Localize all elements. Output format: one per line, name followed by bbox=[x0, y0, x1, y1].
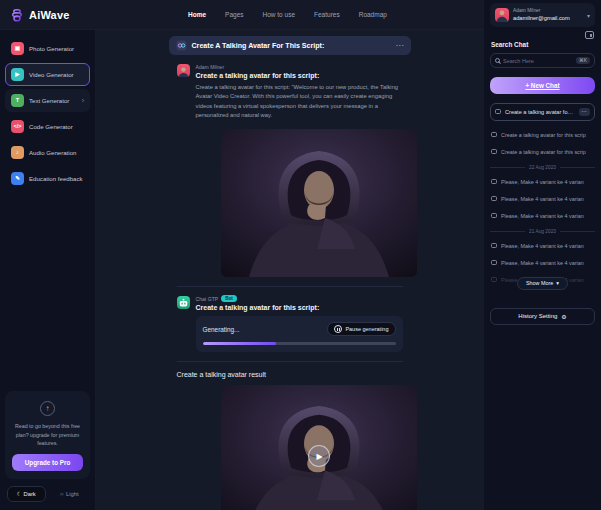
sidebar-item-education-feedback[interactable]: ✎Education feedback bbox=[5, 167, 90, 190]
generating-label: Generating... bbox=[203, 326, 240, 333]
bot-author-row: Chat GTPBot bbox=[196, 296, 403, 302]
nav-item-pages[interactable]: Pages bbox=[225, 11, 243, 18]
sidebar-item-label: Text Generator bbox=[29, 97, 69, 104]
left-sidebar: ▣Photo Generator▶Video GeneratorTText Ge… bbox=[0, 30, 96, 510]
user-message-body: Adam Milner Create a talking avatar for … bbox=[196, 64, 403, 120]
chat-bubble-icon bbox=[491, 213, 497, 218]
code-icon: </> bbox=[11, 120, 24, 133]
history-item[interactable]: Please, Make 4 variant ke 4 varian bbox=[490, 175, 595, 189]
search-shortcut: ⌘K bbox=[576, 57, 590, 65]
nav-item-home[interactable]: Home bbox=[188, 11, 206, 18]
chat-title: Create A Talking Avatar For This Script: bbox=[192, 42, 325, 50]
sun-icon: ☼ bbox=[59, 491, 64, 497]
history-item-label: Please, Make 4 variant ke 4 varian bbox=[501, 260, 584, 266]
bot-badge: Bot bbox=[221, 295, 237, 302]
result-label: Create a talking avatar result bbox=[169, 371, 411, 378]
chat-bubble-icon bbox=[491, 179, 497, 184]
theme-toggle: ☾ Dark ☼ Light bbox=[5, 486, 90, 505]
sidebar-item-audio-generation[interactable]: ♪Audio Generation bbox=[5, 141, 90, 164]
chat-bubble-icon bbox=[491, 277, 497, 282]
brand[interactable]: AiWave bbox=[0, 8, 96, 22]
right-panel: Adam Milner adamilner@gmail.com ▾ Search… bbox=[483, 0, 601, 510]
nav-item-how-to-use[interactable]: How to use bbox=[263, 11, 296, 18]
active-chat-label: Create a talking avatar for this scrip bbox=[505, 109, 575, 115]
chat-bubble-icon bbox=[491, 243, 497, 248]
chat-bubble-icon bbox=[495, 109, 501, 114]
sidebar-item-code-generator[interactable]: </>Code Generator bbox=[5, 115, 90, 138]
bot-author: Chat GTP bbox=[196, 296, 219, 302]
search-input[interactable] bbox=[503, 58, 573, 64]
chevron-down-icon: ▾ bbox=[556, 280, 559, 286]
generated-avatar-image bbox=[221, 129, 417, 277]
play-button[interactable]: ▶ bbox=[308, 445, 330, 467]
bot-avatar-icon bbox=[177, 296, 190, 309]
history-date-divider: 21 Aug 2023 bbox=[490, 229, 595, 234]
photo-icon: ▣ bbox=[11, 42, 24, 55]
active-chat-item[interactable]: Create a talking avatar for this scrip ⋯ bbox=[490, 103, 595, 121]
history-item[interactable]: Create a talking avatar for this scrip bbox=[490, 145, 595, 159]
chat-bubble-icon bbox=[491, 196, 497, 201]
bot-message: Chat GTPBot Create a talking avatar for … bbox=[169, 296, 411, 352]
divider bbox=[177, 286, 403, 287]
history-item[interactable]: Please, Make 4 variant ke 4 varian bbox=[490, 209, 595, 223]
chevron-down-icon: ▾ bbox=[587, 12, 590, 19]
user-profile-chip[interactable]: Adam Milner adamilner@gmail.com ▾ bbox=[490, 3, 595, 27]
history-item[interactable]: Please, Make 4 variant ke 4 varian bbox=[490, 256, 595, 270]
pause-icon bbox=[334, 325, 342, 333]
chat-bubble-icon bbox=[491, 149, 497, 154]
collapse-panel-icon[interactable] bbox=[585, 31, 594, 39]
chat-header: Create A Talking Avatar For This Script:… bbox=[169, 36, 411, 55]
light-mode-button[interactable]: ☼ Light bbox=[50, 486, 89, 502]
chat-bubble-icon bbox=[491, 132, 497, 137]
gear-icon: ⚙ bbox=[561, 313, 566, 320]
generating-progress-track bbox=[203, 342, 396, 345]
text-icon: T bbox=[11, 94, 24, 107]
sidebar-item-label: Photo Generator bbox=[29, 45, 74, 52]
search-icon bbox=[495, 58, 500, 63]
message-title: Create a talking avatar for this script: bbox=[196, 72, 403, 79]
sidebar-item-video-generator[interactable]: ▶Video Generator bbox=[5, 63, 90, 86]
chevron-right-icon: › bbox=[82, 97, 84, 104]
history-item-label: Create a talking avatar for this scrip bbox=[501, 132, 586, 138]
history-item-label: Please, Make 4 variant ke 4 varian bbox=[501, 196, 584, 202]
sidebar-nav: ▣Photo Generator▶Video GeneratorTText Ge… bbox=[5, 37, 90, 193]
history-item[interactable]: Create a talking avatar for this scrip bbox=[490, 128, 595, 142]
history-item[interactable]: Please, Make 4 variant ke 4 varian bbox=[490, 192, 595, 206]
history-item[interactable]: Please, Make 4 variant ke 4 varian bbox=[490, 239, 595, 253]
brand-name: AiWave bbox=[29, 9, 70, 21]
generating-box: Generating... Pause generating bbox=[196, 316, 403, 352]
message-text: Create a talking avatar for this script:… bbox=[196, 83, 403, 120]
chat-item-menu-icon[interactable]: ⋯ bbox=[579, 108, 591, 116]
bot-message-title: Create a talking avatar for this script: bbox=[196, 304, 403, 311]
nav-item-roadmap[interactable]: Roadmap bbox=[359, 11, 387, 18]
video-icon: ▶ bbox=[11, 68, 24, 81]
sidebar-item-photo-generator[interactable]: ▣Photo Generator bbox=[5, 37, 90, 60]
sidebar-item-text-generator[interactable]: TText Generator› bbox=[5, 89, 90, 112]
message-author: Adam Milner bbox=[196, 64, 403, 70]
bot-message-body: Chat GTPBot Create a talking avatar for … bbox=[196, 296, 403, 352]
chat-menu-icon[interactable]: ⋯ bbox=[396, 42, 404, 50]
history-item-label: Please, Make 4 variant ke 4 varian bbox=[501, 243, 584, 249]
new-chat-button[interactable]: + New Chat bbox=[490, 77, 595, 94]
history-setting-button[interactable]: History Setting ⚙ bbox=[490, 308, 595, 325]
history-item-label: Please, Make 4 variant ke 4 varian bbox=[501, 179, 584, 185]
show-more-button[interactable]: Show More ▾ bbox=[517, 277, 568, 290]
upgrade-text: Read to go beyond this free plan? upgrad… bbox=[12, 422, 83, 447]
chat-title-icon bbox=[176, 40, 187, 51]
user-avatar bbox=[177, 64, 190, 77]
history-date-label: 22 Aug 2023 bbox=[529, 165, 556, 170]
user-email: adamilner@gmail.com bbox=[513, 15, 570, 22]
upgrade-to-pro-button[interactable]: Upgrade to Pro bbox=[12, 454, 83, 471]
sidebar-item-label: Education feedback bbox=[29, 175, 83, 182]
search-chat-label: Search Chat bbox=[491, 41, 594, 48]
generated-avatar-video: ▶ bbox=[221, 385, 417, 510]
user-meta: Adam Milner adamilner@gmail.com bbox=[513, 8, 570, 21]
upgrade-card: ↑ Read to go beyond this free plan? upgr… bbox=[5, 391, 90, 479]
nav-item-features[interactable]: Features bbox=[314, 11, 340, 18]
pause-generating-button[interactable]: Pause generating bbox=[327, 322, 395, 336]
aiwave-logo-icon bbox=[10, 8, 24, 22]
education-icon: ✎ bbox=[11, 172, 24, 185]
sidebar-item-label: Code Generator bbox=[29, 123, 73, 130]
history-item-label: Create a talking avatar for this scrip bbox=[501, 149, 586, 155]
dark-mode-button[interactable]: ☾ Dark bbox=[7, 486, 46, 502]
